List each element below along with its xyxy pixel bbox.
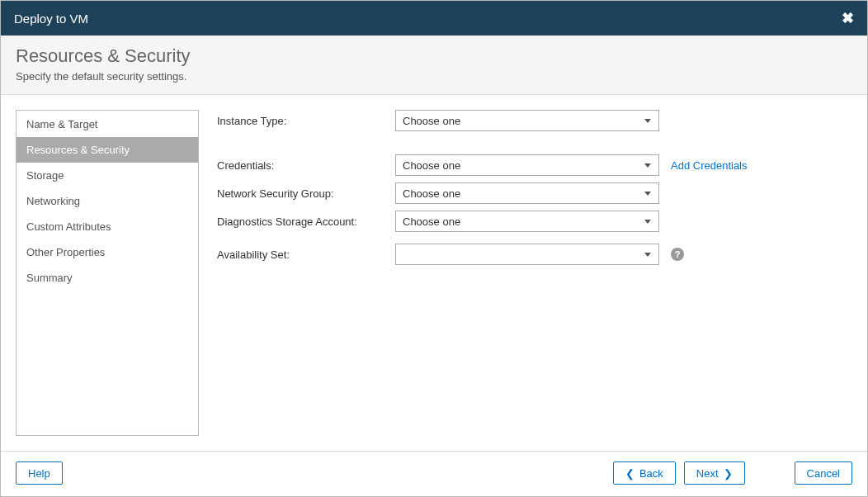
label-credentials: Credentials: [217,159,395,172]
select-value: Choose one [403,115,460,127]
step-resources-security[interactable]: Resources & Security [17,137,198,163]
step-storage[interactable]: Storage [17,163,198,188]
step-name-target[interactable]: Name & Target [17,111,198,137]
label-instance-type: Instance Type: [217,115,395,127]
select-value: Choose one [403,187,460,200]
row-diag-storage: Diagnostics Storage Account: Choose one [217,211,852,232]
page-title: Resources & Security [16,45,852,67]
step-other-properties[interactable]: Other Properties [17,239,198,265]
select-value: Choose one [403,159,460,172]
button-label: Cancel [807,467,840,480]
page-subtitle: Specify the default security settings. [16,70,852,83]
row-instance-type: Instance Type: Choose one [217,110,852,131]
step-networking[interactable]: Networking [17,188,198,214]
row-availability-set: Availability Set: ? [217,244,852,265]
label-diag-storage: Diagnostics Storage Account: [217,215,395,228]
help-icon[interactable]: ? [671,248,684,261]
row-credentials: Credentials: Choose one Add Credentials [217,154,852,176]
form-area: Instance Type: Choose one Credentials: C… [217,110,852,436]
label-availability-set: Availability Set: [217,248,395,261]
page-header: Resources & Security Specify the default… [1,36,867,95]
select-value: Choose one [403,215,460,228]
select-diag-storage[interactable]: Choose one [395,211,659,232]
button-label: Back [639,467,663,480]
next-button[interactable]: Next ❯ [684,462,745,485]
deploy-dialog: Deploy to VM ✖ Resources & Security Spec… [0,0,868,497]
select-nsg[interactable]: Choose one [395,182,659,204]
button-label: Next [696,467,719,480]
add-credentials-link[interactable]: Add Credentials [671,159,748,172]
help-button[interactable]: Help [16,462,63,485]
label-nsg: Network Security Group: [217,187,395,200]
titlebar: Deploy to VM ✖ [1,1,867,36]
wizard-steps: Name & Target Resources & Security Stora… [16,110,199,436]
dialog-title: Deploy to VM [14,12,88,26]
select-credentials[interactable]: Choose one [395,154,659,176]
step-summary[interactable]: Summary [17,265,198,291]
select-availability-set[interactable] [395,244,659,265]
select-instance-type[interactable]: Choose one [395,110,659,131]
close-icon[interactable]: ✖ [842,9,854,27]
cancel-button[interactable]: Cancel [795,462,852,485]
chevron-right-icon: ❯ [724,468,733,479]
dialog-body: Name & Target Resources & Security Stora… [1,95,867,451]
chevron-left-icon: ❮ [625,468,634,479]
step-custom-attributes[interactable]: Custom Attributes [17,214,198,239]
back-button[interactable]: ❮ Back [613,462,676,485]
button-label: Help [28,467,50,480]
row-nsg: Network Security Group: Choose one [217,182,852,204]
dialog-footer: Help ❮ Back Next ❯ Cancel [1,451,867,496]
